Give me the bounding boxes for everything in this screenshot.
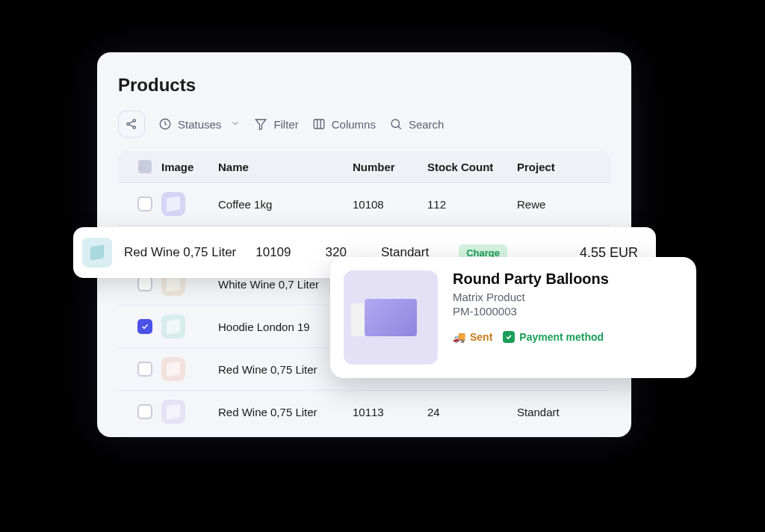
statuses-dropdown[interactable]: Statuses: [158, 117, 241, 131]
columns-icon: [312, 117, 326, 131]
columns-button[interactable]: Columns: [312, 117, 376, 131]
row-checkbox[interactable]: [137, 319, 152, 334]
svg-point-10: [391, 120, 400, 128]
share-icon: [125, 117, 138, 131]
product-badges: 🚚 Sent Payment method: [453, 331, 683, 343]
svg-line-3: [129, 121, 133, 123]
columns-label: Columns: [332, 118, 376, 131]
product-sku: PM-1000003: [453, 305, 683, 318]
svg-point-1: [133, 120, 135, 122]
product-thumb: [161, 192, 185, 216]
row-checkbox[interactable]: [137, 362, 152, 377]
statuses-label: Statuses: [178, 118, 221, 131]
row-checkbox[interactable]: [137, 276, 152, 291]
highlighted-number: 10109: [255, 245, 291, 260]
cell-project: Standart: [517, 406, 597, 418]
col-header-image: Image: [161, 161, 218, 173]
highlighted-name: Red Wine 0,75 Liter: [124, 245, 236, 260]
product-thumb: [161, 357, 185, 381]
share-button[interactable]: [118, 111, 145, 137]
table-row[interactable]: Red Wine 0,75 Liter 10113 24 Standart: [118, 391, 610, 433]
clock-icon: [158, 117, 172, 131]
row-checkbox[interactable]: [137, 404, 152, 419]
sent-badge: 🚚 Sent: [453, 331, 492, 343]
col-header-project: Project: [517, 161, 597, 173]
cell-number: 10113: [353, 406, 427, 418]
svg-line-4: [129, 125, 133, 127]
filter-button[interactable]: Filter: [254, 117, 298, 131]
product-detail-card: Round Party Balloons Matrix Product PM-1…: [330, 257, 696, 378]
product-thumb: [82, 238, 112, 267]
page-title: Products: [118, 75, 610, 96]
cell-number: 10108: [353, 198, 427, 211]
svg-marker-6: [256, 120, 267, 130]
product-subtitle: Matrix Product: [453, 291, 683, 303]
svg-line-11: [398, 126, 401, 129]
cell-stock: 24: [427, 406, 517, 418]
row-checkbox[interactable]: [137, 197, 152, 211]
col-header-stock: Stock Count: [427, 161, 517, 173]
payment-label: Payment method: [519, 331, 604, 343]
product-title: Round Party Balloons: [453, 270, 683, 288]
payment-badge: Payment method: [503, 331, 604, 343]
search-button[interactable]: Search: [389, 117, 445, 131]
filter-icon: [254, 117, 267, 131]
col-header-name: Name: [218, 161, 353, 173]
sent-label: Sent: [470, 331, 492, 343]
svg-point-2: [133, 126, 135, 129]
truck-icon: 🚚: [453, 331, 465, 343]
filter-label: Filter: [273, 118, 298, 131]
svg-point-0: [127, 123, 129, 125]
product-thumb: [161, 315, 185, 338]
toolbar: Statuses Filter Columns Search: [118, 111, 610, 137]
product-image: [344, 270, 438, 365]
cell-name: Coffee 1kg: [218, 198, 353, 211]
chevron-down-icon: [230, 118, 241, 131]
cell-name: Red Wine 0,75 Liter: [218, 406, 353, 418]
cell-stock: 112: [427, 198, 517, 211]
product-thumb: [161, 400, 185, 424]
table-row[interactable]: Coffee 1kg 10108 112 Rewe: [118, 183, 610, 226]
search-label: Search: [409, 118, 445, 131]
col-header-number: Number: [353, 161, 427, 173]
select-all-checkbox[interactable]: [138, 160, 152, 173]
check-icon: [140, 322, 149, 331]
cell-project: Rewe: [517, 198, 597, 211]
table-header-row: Image Name Number Stock Count Project: [118, 151, 610, 183]
check-icon: [503, 331, 515, 343]
search-icon: [389, 117, 403, 131]
svg-rect-7: [314, 120, 324, 129]
